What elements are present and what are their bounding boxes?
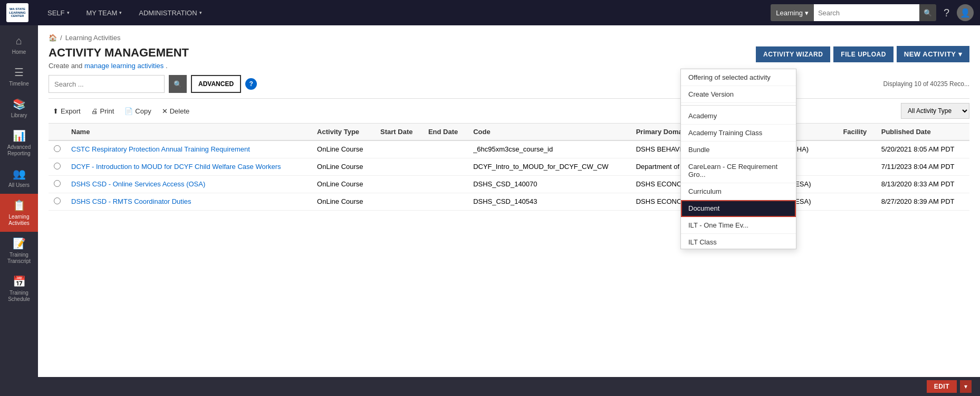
sidebar-item-home[interactable]: ⌂ Home bbox=[0, 30, 38, 61]
row-code-2: DSHS_CSD_140070 bbox=[468, 176, 631, 193]
user-avatar[interactable]: 👤 bbox=[957, 4, 974, 21]
dropdown-divider bbox=[681, 105, 796, 106]
dropdown-item-offering[interactable]: Offering of selected activity bbox=[681, 69, 796, 86]
row-facility-0 bbox=[838, 140, 876, 158]
all-users-icon: 👥 bbox=[13, 167, 26, 180]
row-radio-1[interactable] bbox=[49, 158, 66, 176]
sidebar-item-all-users[interactable]: 👥 All Users bbox=[0, 162, 38, 194]
activity-search-input[interactable] bbox=[49, 75, 165, 93]
activity-wizard-button[interactable]: ACTIVITY WIZARD bbox=[756, 46, 830, 62]
row-radio-0[interactable] bbox=[49, 140, 66, 158]
row-facility-3 bbox=[838, 193, 876, 211]
row-name-link-3[interactable]: DSHS CSD - RMTS Coordinator Duties bbox=[71, 197, 191, 205]
sidebar-item-library[interactable]: 📚 Library bbox=[0, 92, 38, 124]
copy-button[interactable]: 📄 Copy bbox=[120, 105, 155, 117]
new-activity-button[interactable]: NEW ACTIVITY ▾ bbox=[897, 46, 969, 62]
record-count: Displaying 10 of 40235 Reco... bbox=[883, 80, 969, 88]
sidebar: ⌂ Home ☰ Timeline 📚 Library 📊 Advanced R… bbox=[0, 25, 38, 396]
activity-table: Name Activity Type Start Date End Date C… bbox=[49, 123, 969, 211]
activity-type-filter[interactable]: All Activity Type bbox=[901, 103, 969, 119]
new-activity-dropdown: Offering of selected activity Create Ver… bbox=[680, 69, 796, 249]
breadcrumb: 🏠 / Learning Activities bbox=[49, 34, 969, 42]
administration-caret-icon: ▾ bbox=[199, 10, 202, 15]
library-icon: 📚 bbox=[13, 98, 26, 110]
global-search-button[interactable]: 🔍 bbox=[919, 4, 936, 21]
sidebar-item-advanced-reporting[interactable]: 📊 Advanced Reporting bbox=[0, 124, 38, 162]
dropdown-item-ilt-one-time[interactable]: ILT - One Time Ev... bbox=[681, 217, 796, 234]
sidebar-item-timeline[interactable]: ☰ Timeline bbox=[0, 61, 38, 92]
sidebar-item-training-transcript[interactable]: 📝 Training Transcript bbox=[0, 232, 38, 270]
training-schedule-icon: 📅 bbox=[13, 275, 26, 288]
row-radio-3[interactable] bbox=[49, 193, 66, 211]
page-header: ACTIVITY MANAGEMENT Create and manage le… bbox=[49, 46, 969, 70]
row-name-0: CSTC Respiratory Protection Annual Train… bbox=[66, 140, 312, 158]
dropdown-item-academy-training[interactable]: Academy Training Class bbox=[681, 125, 796, 142]
page-title: ACTIVITY MANAGEMENT bbox=[49, 46, 189, 60]
search-go-icon: 🔍 bbox=[174, 80, 182, 88]
row-radio-input-0[interactable] bbox=[54, 145, 61, 152]
advanced-search-button[interactable]: ADVANCED bbox=[191, 75, 241, 93]
row-name-1: DCYF - Introduction to MOUD for DCYF Chi… bbox=[66, 158, 312, 176]
row-end-date-1 bbox=[423, 158, 468, 176]
row-code-1: DCYF_Intro_to_MOUD_for_DCYF_CW_CW bbox=[468, 158, 631, 176]
row-name-2: DSHS CSD - Online Services Access (OSA) bbox=[66, 176, 312, 193]
dropdown-item-document[interactable]: Document Document bbox=[681, 200, 796, 217]
sidebar-item-learning-activities[interactable]: 📋 Learning Activities bbox=[0, 194, 38, 232]
learning-activities-icon: 📋 bbox=[13, 199, 26, 212]
file-upload-button[interactable]: FILE UPLOAD bbox=[833, 46, 893, 62]
activity-search-go-button[interactable]: 🔍 bbox=[169, 75, 187, 93]
print-icon: 🖨 bbox=[91, 107, 98, 115]
row-end-date-3 bbox=[423, 193, 468, 211]
global-search-input[interactable] bbox=[814, 4, 919, 21]
table-row: CSTC Respiratory Protection Annual Train… bbox=[49, 140, 969, 158]
dropdown-item-ilt-class[interactable]: ILT Class bbox=[681, 234, 796, 249]
my-team-caret-icon: ▾ bbox=[119, 10, 122, 15]
row-radio-input-2[interactable] bbox=[54, 180, 61, 187]
row-name-link-1[interactable]: DCYF - Introduction to MOUD for DCYF Chi… bbox=[71, 163, 281, 171]
row-published-date-2: 8/13/2020 8:33 AM PDT bbox=[876, 176, 969, 193]
col-start-date: Start Date bbox=[375, 124, 423, 141]
dropdown-item-carelearn[interactable]: CareLearn - CE Requirement Gro... bbox=[681, 158, 796, 183]
col-name: Name bbox=[66, 124, 312, 141]
sidebar-item-training-schedule[interactable]: 📅 Training Schedule bbox=[0, 270, 38, 308]
row-name-link-0[interactable]: CSTC Respiratory Protection Annual Train… bbox=[71, 145, 250, 153]
col-end-date: End Date bbox=[423, 124, 468, 141]
nav-my-team[interactable]: MY TEAM ▾ bbox=[80, 0, 129, 25]
search-type-button[interactable]: Learning ▾ bbox=[771, 4, 814, 21]
row-radio-input-1[interactable] bbox=[54, 163, 61, 169]
training-transcript-icon: 📝 bbox=[13, 237, 26, 250]
manage-link[interactable]: manage learning activities bbox=[84, 62, 164, 70]
dropdown-item-create-version[interactable]: Create Version bbox=[681, 86, 796, 103]
logo-area[interactable]: WA STATELEARNINGCENTER bbox=[6, 3, 28, 22]
breadcrumb-home-link[interactable]: 🏠 bbox=[49, 34, 57, 42]
search-icon: 🔍 bbox=[924, 9, 932, 17]
search-help-icon[interactable]: ? bbox=[245, 78, 257, 90]
row-radio-input-3[interactable] bbox=[54, 197, 61, 204]
print-button[interactable]: 🖨 Print bbox=[87, 105, 119, 117]
dropdown-item-curriculum[interactable]: Curriculum bbox=[681, 183, 796, 200]
logo-image: WA STATELEARNINGCENTER bbox=[6, 3, 28, 22]
row-activity-type-2: OnLine Course bbox=[312, 176, 375, 193]
edit-button[interactable]: EDIT bbox=[927, 380, 957, 393]
row-published-date-1: 7/11/2023 8:04 AM PDT bbox=[876, 158, 969, 176]
export-button[interactable]: ⬆ Export bbox=[49, 105, 85, 117]
row-start-date-1 bbox=[375, 158, 423, 176]
nav-administration[interactable]: ADMINISTRATION ▾ bbox=[132, 0, 208, 25]
dropdown-item-bundle[interactable]: Bundle bbox=[681, 142, 796, 158]
help-button[interactable]: ? bbox=[940, 7, 953, 19]
edit-caret-button[interactable]: ▾ bbox=[960, 380, 972, 393]
row-published-date-0: 5/20/2021 8:05 AM PDT bbox=[876, 140, 969, 158]
global-search: Learning ▾ 🔍 bbox=[771, 4, 936, 21]
row-published-date-3: 8/27/2020 8:39 AM PDT bbox=[876, 193, 969, 211]
dropdown-item-academy[interactable]: Academy bbox=[681, 108, 796, 125]
new-activity-caret-icon: ▾ bbox=[958, 50, 963, 58]
toolbar-row: ⬆ Export 🖨 Print 📄 Copy ✕ Delete All Act… bbox=[49, 98, 969, 123]
row-name-link-2[interactable]: DSHS CSD - Online Services Access (OSA) bbox=[71, 180, 205, 188]
col-activity-type: Activity Type bbox=[312, 124, 375, 141]
dropdown-scroll[interactable]: Offering of selected activity Create Ver… bbox=[681, 69, 796, 249]
nav-self[interactable]: SELF ▾ bbox=[41, 0, 76, 25]
row-radio-2[interactable] bbox=[49, 176, 66, 193]
search-bar-row: 🔍 ADVANCED ? Displaying 10 of 40235 Reco… bbox=[49, 75, 969, 93]
timeline-icon: ☰ bbox=[14, 66, 24, 79]
delete-button[interactable]: ✕ Delete bbox=[158, 105, 194, 117]
